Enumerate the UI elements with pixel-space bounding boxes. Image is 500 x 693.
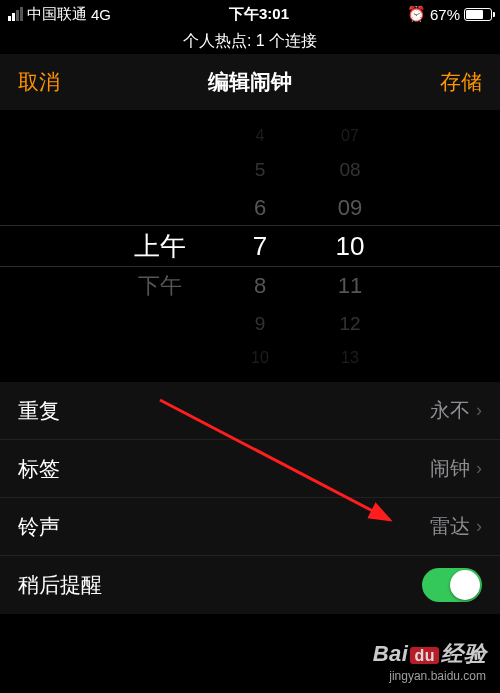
hotspot-bar: 个人热点: 1 个连接 bbox=[0, 28, 500, 54]
tag-row[interactable]: 标签 闹钟 › bbox=[0, 440, 500, 498]
repeat-value: 永不 bbox=[430, 397, 470, 424]
ampm-selected: 上午 bbox=[105, 226, 215, 266]
status-time: 下午3:01 bbox=[111, 5, 407, 24]
tag-value: 闹钟 bbox=[430, 455, 470, 482]
snooze-toggle[interactable] bbox=[422, 568, 482, 602]
sound-value: 雷达 bbox=[430, 513, 470, 540]
battery-percent: 67% bbox=[430, 6, 460, 23]
battery-icon bbox=[464, 8, 492, 21]
minute-column[interactable]: 07 08 09 10 11 12 13 bbox=[305, 110, 395, 382]
sound-label: 铃声 bbox=[18, 513, 430, 541]
network-label: 4G bbox=[91, 6, 111, 23]
chevron-right-icon: › bbox=[476, 400, 482, 421]
nav-bar: 取消 编辑闹钟 存储 bbox=[0, 54, 500, 110]
sound-row[interactable]: 铃声 雷达 › bbox=[0, 498, 500, 556]
hour-selected: 7 bbox=[215, 226, 305, 266]
ampm-column[interactable]: 上午 下午 bbox=[105, 110, 215, 382]
page-title: 编辑闹钟 bbox=[208, 68, 292, 96]
battery-fill bbox=[466, 10, 483, 19]
chevron-right-icon: › bbox=[476, 516, 482, 537]
alarm-icon: ⏰ bbox=[407, 5, 426, 23]
snooze-label: 稍后提醒 bbox=[18, 571, 422, 599]
status-bar: 中国联通 4G 下午3:01 ⏰ 67% bbox=[0, 0, 500, 28]
watermark: Baidu经验 jingyan.baidu.com bbox=[373, 639, 486, 683]
snooze-row: 稍后提醒 bbox=[0, 556, 500, 614]
signal-icon bbox=[8, 7, 23, 21]
minute-selected: 10 bbox=[305, 226, 395, 266]
repeat-row[interactable]: 重复 永不 › bbox=[0, 382, 500, 440]
hour-column[interactable]: 4 5 6 7 8 9 10 bbox=[215, 110, 305, 382]
settings-list: 重复 永不 › 标签 闹钟 › 铃声 雷达 › 稍后提醒 bbox=[0, 382, 500, 614]
chevron-right-icon: › bbox=[476, 458, 482, 479]
carrier-label: 中国联通 bbox=[27, 5, 87, 24]
ampm-other: 下午 bbox=[105, 266, 215, 306]
repeat-label: 重复 bbox=[18, 397, 430, 425]
time-picker[interactable]: 上午 下午 4 5 6 7 8 9 10 07 08 09 10 11 12 1… bbox=[0, 110, 500, 382]
cancel-button[interactable]: 取消 bbox=[18, 68, 60, 96]
tag-label: 标签 bbox=[18, 455, 430, 483]
save-button[interactable]: 存储 bbox=[440, 68, 482, 96]
